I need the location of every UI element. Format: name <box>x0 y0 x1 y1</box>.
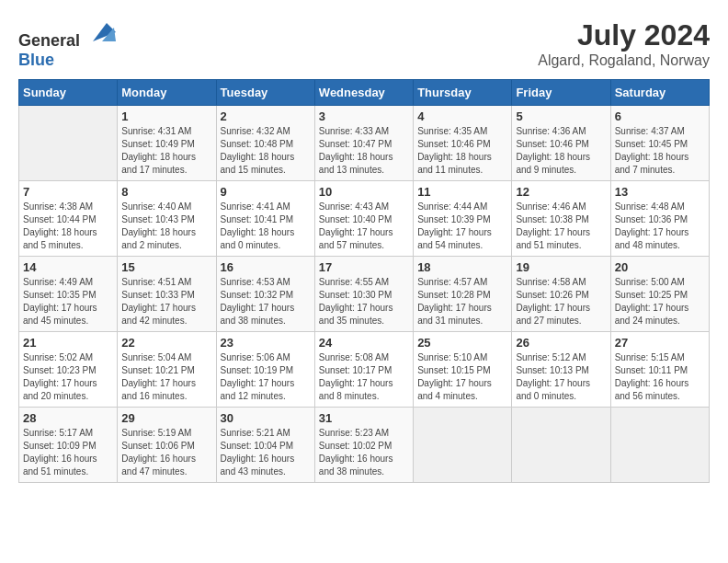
header: General Blue July 2024 Algard, Rogaland,… <box>18 18 710 70</box>
calendar-cell: 13Sunrise: 4:48 AM Sunset: 10:36 PM Dayl… <box>610 181 709 257</box>
day-info: Sunrise: 4:48 AM Sunset: 10:36 PM Daylig… <box>615 201 705 252</box>
calendar-cell: 12Sunrise: 4:46 AM Sunset: 10:38 PM Dayl… <box>512 181 610 257</box>
day-number: 8 <box>121 185 211 199</box>
day-number: 17 <box>319 260 409 274</box>
day-info: Sunrise: 4:40 AM Sunset: 10:43 PM Daylig… <box>121 201 211 252</box>
day-number: 20 <box>615 260 705 274</box>
week-row-2: 7Sunrise: 4:38 AM Sunset: 10:44 PM Dayli… <box>19 181 710 257</box>
day-info: Sunrise: 5:23 AM Sunset: 10:02 PM Daylig… <box>319 427 409 478</box>
calendar-cell: 14Sunrise: 4:49 AM Sunset: 10:35 PM Dayl… <box>19 257 118 332</box>
calendar-cell: 30Sunrise: 5:21 AM Sunset: 10:04 PM Dayl… <box>216 408 314 483</box>
header-thursday: Thursday <box>414 80 512 106</box>
day-number: 10 <box>319 185 409 199</box>
day-number: 22 <box>121 336 211 350</box>
header-sunday: Sunday <box>19 80 118 106</box>
calendar-cell: 20Sunrise: 5:00 AM Sunset: 10:25 PM Dayl… <box>610 257 709 332</box>
day-info: Sunrise: 4:51 AM Sunset: 10:33 PM Daylig… <box>121 276 211 327</box>
day-number: 28 <box>23 411 113 425</box>
day-number: 30 <box>221 411 311 425</box>
calendar-cell: 10Sunrise: 4:43 AM Sunset: 10:40 PM Dayl… <box>314 181 413 257</box>
day-number: 27 <box>615 336 705 350</box>
calendar-table: SundayMondayTuesdayWednesdayThursdayFrid… <box>18 79 710 483</box>
logo-icon <box>88 18 116 46</box>
day-info: Sunrise: 4:49 AM Sunset: 10:35 PM Daylig… <box>23 276 113 327</box>
calendar-cell: 8Sunrise: 4:40 AM Sunset: 10:43 PM Dayli… <box>118 181 216 257</box>
day-info: Sunrise: 4:55 AM Sunset: 10:30 PM Daylig… <box>319 276 409 327</box>
day-info: Sunrise: 5:12 AM Sunset: 10:13 PM Daylig… <box>516 351 606 403</box>
day-number: 13 <box>615 185 705 199</box>
header-tuesday: Tuesday <box>216 80 314 106</box>
calendar-cell <box>19 106 118 181</box>
calendar-cell: 17Sunrise: 4:55 AM Sunset: 10:30 PM Dayl… <box>314 257 413 332</box>
day-info: Sunrise: 5:08 AM Sunset: 10:17 PM Daylig… <box>319 351 409 403</box>
day-info: Sunrise: 4:58 AM Sunset: 10:26 PM Daylig… <box>516 276 606 327</box>
day-number: 26 <box>516 336 606 350</box>
day-info: Sunrise: 5:17 AM Sunset: 10:09 PM Daylig… <box>23 427 113 478</box>
calendar-cell: 31Sunrise: 5:23 AM Sunset: 10:02 PM Dayl… <box>314 408 413 483</box>
day-number: 19 <box>516 260 606 274</box>
subtitle: Algard, Rogaland, Norway <box>538 52 710 69</box>
calendar-cell: 25Sunrise: 5:10 AM Sunset: 10:15 PM Dayl… <box>414 332 512 408</box>
calendar-cell: 15Sunrise: 4:51 AM Sunset: 10:33 PM Dayl… <box>118 257 216 332</box>
day-number: 5 <box>516 109 606 123</box>
day-info: Sunrise: 4:44 AM Sunset: 10:39 PM Daylig… <box>417 201 507 252</box>
calendar-cell <box>512 408 610 483</box>
day-number: 29 <box>121 411 211 425</box>
day-number: 4 <box>417 109 507 123</box>
logo-text: General Blue <box>18 18 116 70</box>
day-number: 3 <box>319 109 409 123</box>
day-number: 12 <box>516 185 606 199</box>
week-row-1: 1Sunrise: 4:31 AM Sunset: 10:49 PM Dayli… <box>19 106 710 181</box>
calendar-cell: 26Sunrise: 5:12 AM Sunset: 10:13 PM Dayl… <box>512 332 610 408</box>
day-info: Sunrise: 4:36 AM Sunset: 10:46 PM Daylig… <box>516 125 606 177</box>
day-number: 21 <box>23 336 113 350</box>
day-info: Sunrise: 5:04 AM Sunset: 10:21 PM Daylig… <box>121 351 211 403</box>
logo: General Blue <box>18 18 116 70</box>
header-monday: Monday <box>118 80 216 106</box>
day-number: 16 <box>221 260 311 274</box>
calendar-cell: 29Sunrise: 5:19 AM Sunset: 10:06 PM Dayl… <box>118 408 216 483</box>
day-number: 23 <box>221 336 311 350</box>
logo-blue: Blue <box>18 51 54 69</box>
day-info: Sunrise: 4:57 AM Sunset: 10:28 PM Daylig… <box>417 276 507 327</box>
day-number: 18 <box>417 260 507 274</box>
day-info: Sunrise: 4:38 AM Sunset: 10:44 PM Daylig… <box>23 201 113 252</box>
calendar-cell: 5Sunrise: 4:36 AM Sunset: 10:46 PM Dayli… <box>512 106 610 181</box>
day-info: Sunrise: 5:00 AM Sunset: 10:25 PM Daylig… <box>615 276 705 327</box>
calendar-cell: 23Sunrise: 5:06 AM Sunset: 10:19 PM Dayl… <box>216 332 314 408</box>
calendar-cell: 11Sunrise: 4:44 AM Sunset: 10:39 PM Dayl… <box>414 181 512 257</box>
calendar-cell: 24Sunrise: 5:08 AM Sunset: 10:17 PM Dayl… <box>314 332 413 408</box>
calendar-cell: 22Sunrise: 5:04 AM Sunset: 10:21 PM Dayl… <box>118 332 216 408</box>
day-info: Sunrise: 4:33 AM Sunset: 10:47 PM Daylig… <box>319 125 409 177</box>
day-info: Sunrise: 5:15 AM Sunset: 10:11 PM Daylig… <box>615 351 705 403</box>
day-info: Sunrise: 4:35 AM Sunset: 10:46 PM Daylig… <box>417 125 507 177</box>
calendar-cell: 19Sunrise: 4:58 AM Sunset: 10:26 PM Dayl… <box>512 257 610 332</box>
calendar-cell: 7Sunrise: 4:38 AM Sunset: 10:44 PM Dayli… <box>19 181 118 257</box>
calendar-cell: 4Sunrise: 4:35 AM Sunset: 10:46 PM Dayli… <box>414 106 512 181</box>
calendar-cell: 1Sunrise: 4:31 AM Sunset: 10:49 PM Dayli… <box>118 106 216 181</box>
calendar-cell: 21Sunrise: 5:02 AM Sunset: 10:23 PM Dayl… <box>19 332 118 408</box>
day-number: 7 <box>23 185 113 199</box>
calendar-cell: 3Sunrise: 4:33 AM Sunset: 10:47 PM Dayli… <box>314 106 413 181</box>
header-wednesday: Wednesday <box>314 80 413 106</box>
day-info: Sunrise: 4:41 AM Sunset: 10:41 PM Daylig… <box>221 201 311 252</box>
day-info: Sunrise: 5:21 AM Sunset: 10:04 PM Daylig… <box>221 427 311 478</box>
calendar-cell: 28Sunrise: 5:17 AM Sunset: 10:09 PM Dayl… <box>19 408 118 483</box>
main-title: July 2024 <box>538 18 710 52</box>
day-info: Sunrise: 5:19 AM Sunset: 10:06 PM Daylig… <box>121 427 211 478</box>
day-number: 24 <box>319 336 409 350</box>
day-info: Sunrise: 5:06 AM Sunset: 10:19 PM Daylig… <box>221 351 311 403</box>
day-number: 31 <box>319 411 409 425</box>
header-row: SundayMondayTuesdayWednesdayThursdayFrid… <box>19 80 710 106</box>
day-info: Sunrise: 4:53 AM Sunset: 10:32 PM Daylig… <box>221 276 311 327</box>
calendar-cell: 27Sunrise: 5:15 AM Sunset: 10:11 PM Dayl… <box>610 332 709 408</box>
calendar-cell: 2Sunrise: 4:32 AM Sunset: 10:48 PM Dayli… <box>216 106 314 181</box>
day-info: Sunrise: 5:02 AM Sunset: 10:23 PM Daylig… <box>23 351 113 403</box>
day-number: 15 <box>121 260 211 274</box>
week-row-3: 14Sunrise: 4:49 AM Sunset: 10:35 PM Dayl… <box>19 257 710 332</box>
calendar-cell: 18Sunrise: 4:57 AM Sunset: 10:28 PM Dayl… <box>414 257 512 332</box>
day-number: 14 <box>23 260 113 274</box>
calendar-cell <box>610 408 709 483</box>
week-row-5: 28Sunrise: 5:17 AM Sunset: 10:09 PM Dayl… <box>19 408 710 483</box>
day-number: 6 <box>615 109 705 123</box>
